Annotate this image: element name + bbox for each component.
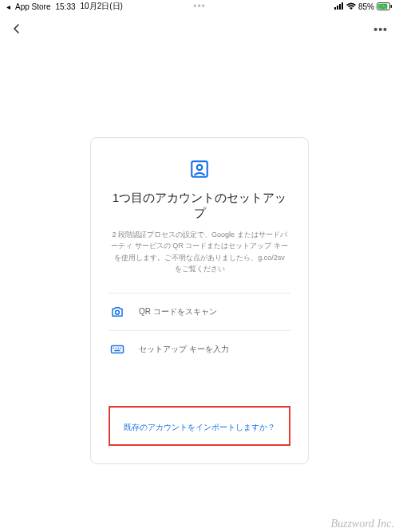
svg-point-9 <box>116 310 120 314</box>
svg-rect-6 <box>391 5 393 8</box>
svg-rect-12 <box>116 347 117 349</box>
svg-rect-14 <box>120 347 122 349</box>
card-title: 1つ目のアカウントのセットアップ <box>109 191 290 221</box>
more-menu-button[interactable]: ••• <box>373 23 388 36</box>
import-accounts-link[interactable]: 既存のアカウントをインポートしますか？ <box>124 423 275 432</box>
app-header: ••• <box>0 13 399 41</box>
status-bar-left: ◂ App Store 15:33 10月2日(日) <box>6 1 123 12</box>
svg-rect-0 <box>334 7 336 10</box>
import-highlight-box: 既存のアカウントをインポートしますか？ <box>109 406 290 446</box>
card-description: 2 段階認証プロセスの設定で、Google またはサードパーティ サービスの Q… <box>109 229 290 275</box>
back-to-app[interactable]: App Store <box>15 2 50 11</box>
account-box-icon <box>109 159 290 179</box>
signal-icon <box>334 2 344 11</box>
enter-key-option[interactable]: セットアップ キーを入力 <box>109 330 290 368</box>
main-area: 1つ目のアカウントのセットアップ 2 段階認証プロセスの設定で、Google ま… <box>0 41 399 464</box>
status-bar: ◂ App Store 15:33 10月2日(日) ••• 85% <box>0 0 399 13</box>
svg-rect-15 <box>114 349 120 351</box>
watermark: Buzzword Inc. <box>330 518 394 530</box>
svg-rect-11 <box>113 347 115 349</box>
setup-card: 1つ目のアカウントのセットアップ 2 段階認証プロセスの設定で、Google ま… <box>90 137 309 464</box>
multitask-dots: ••• <box>193 1 206 12</box>
camera-icon <box>110 305 124 319</box>
status-bar-right: 85% <box>334 2 393 11</box>
battery-icon <box>377 2 393 10</box>
svg-rect-3 <box>342 2 343 10</box>
keyboard-icon <box>110 342 124 357</box>
status-time: 15:33 <box>55 2 75 11</box>
back-app-arrow[interactable]: ◂ <box>6 2 10 11</box>
svg-point-8 <box>197 165 203 171</box>
enter-key-label: セットアップ キーを入力 <box>139 344 229 355</box>
status-date: 10月2日(日) <box>81 1 123 12</box>
scan-qr-label: QR コードをスキャン <box>139 306 217 317</box>
svg-rect-13 <box>118 347 120 349</box>
svg-rect-2 <box>339 4 341 10</box>
scan-qr-option[interactable]: QR コードをスキャン <box>109 293 290 330</box>
svg-rect-1 <box>337 6 338 10</box>
back-button[interactable] <box>11 22 22 38</box>
wifi-icon <box>346 2 356 11</box>
battery-percent: 85% <box>358 2 374 11</box>
svg-rect-10 <box>112 345 124 353</box>
